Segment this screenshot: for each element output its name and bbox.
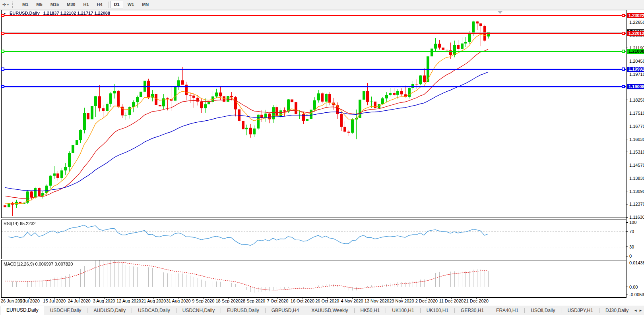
line-handle-left[interactable] xyxy=(1,85,4,88)
price-tick-mark xyxy=(627,100,628,100)
price-tick-mark xyxy=(627,152,628,152)
rsi-tick-mark xyxy=(627,222,628,223)
date-label: 16 Oct 2020 xyxy=(291,299,314,303)
date-label: 24 Jul 2020 xyxy=(68,299,91,303)
hline-1.21000[interactable] xyxy=(2,51,626,52)
rsi-level-label: 70 xyxy=(629,229,634,234)
timeframe-button-MN[interactable]: MN xyxy=(138,1,152,8)
line-handle-left[interactable] xyxy=(1,32,4,35)
chart-tab-bar: EURUSD,DailyUSDCHF,DailyAUDUSD,DailyUSDC… xyxy=(0,306,644,315)
tab-usdcad-daily[interactable]: USDCAD,Daily xyxy=(132,306,176,315)
price-tick-label: 1.14570 xyxy=(629,163,644,168)
price-chart-canvas[interactable] xyxy=(2,10,626,218)
tab-audusd-daily[interactable]: AUDUSD,Daily xyxy=(87,306,132,315)
line-handle-left[interactable] xyxy=(1,50,4,53)
tab-usdcnh-daily[interactable]: USDCNH,Daily xyxy=(177,306,221,315)
price-axis-border xyxy=(626,10,627,298)
tab-fra40-h1[interactable]: FRA40,H1 xyxy=(490,306,524,315)
tab-eurusd-daily[interactable]: EURUSD,Daily xyxy=(1,306,44,315)
tab-xauusd-weekly[interactable]: XAUUSD,Weekly xyxy=(305,306,354,315)
price-tick-mark xyxy=(627,48,628,48)
price-badge-1.22012: 1.22012 xyxy=(627,31,644,36)
price-tick-mark xyxy=(627,217,628,218)
timeframe-buttons: M1M5M15M30H1H4D1W1MN xyxy=(18,1,153,8)
line-handle-left[interactable] xyxy=(1,67,4,71)
tab-uk100-h1[interactable]: UK100,H1 xyxy=(386,306,420,315)
macd-axis-label: 0.014384 xyxy=(629,260,644,265)
price-tick-label: 1.20450 xyxy=(629,59,644,64)
price-tick-label: 1.22650 xyxy=(629,20,644,25)
chart-shift-marker-icon[interactable] xyxy=(497,11,503,14)
macd-tick-mark xyxy=(627,263,628,263)
date-label: 6 Jul 2020 xyxy=(19,299,40,303)
price-badge-1.19992: 1.19992 xyxy=(627,67,644,72)
toolbar-separator xyxy=(108,2,109,8)
timeframe-button-W1[interactable]: W1 xyxy=(124,1,138,8)
rsi-tick-mark xyxy=(627,231,628,232)
line-handle-right[interactable] xyxy=(622,85,625,88)
price-tick-mark xyxy=(627,139,628,139)
price-badge-1.21000: 1.21000 xyxy=(627,49,644,54)
timeframe-button-M30[interactable]: M30 xyxy=(63,1,79,8)
hline-1.22012[interactable] xyxy=(2,33,626,34)
price-tick-mark xyxy=(627,113,628,113)
tab-ger30-h1[interactable]: GER30,H1 xyxy=(455,306,490,315)
rsi-level-label: 0 xyxy=(629,254,632,258)
timeframe-button-H1[interactable]: H1 xyxy=(80,1,92,8)
current-price-line xyxy=(2,32,626,33)
date-label: 4 Nov 2020 xyxy=(341,299,363,303)
date-label: 2 Dec 2020 xyxy=(415,299,438,303)
line-handle-right[interactable] xyxy=(622,67,625,71)
tab-uk100-h1[interactable]: UK100,H1 xyxy=(421,306,454,315)
rsi-tick-mark xyxy=(627,247,628,247)
line-handle-right[interactable] xyxy=(622,14,625,17)
price-tick-mark xyxy=(627,204,628,204)
date-label: 21 Aug 2020 xyxy=(141,299,166,303)
cursor-tool-icon[interactable]: ✛ xyxy=(2,1,6,9)
date-label: 28 Sep 2020 xyxy=(241,299,265,303)
hline-1.19992[interactable] xyxy=(2,69,626,70)
date-label: 21 Dec 2020 xyxy=(464,299,488,303)
rsi-level-label: 30 xyxy=(629,245,634,249)
date-label: 26 Oct 2020 xyxy=(315,299,339,303)
hline-1.19008[interactable] xyxy=(2,86,626,87)
chart-context-caret-icon[interactable]: ▼ xyxy=(3,12,6,15)
tab-hk50-h1[interactable]: HK50,H1 xyxy=(355,306,386,315)
macd-axis-label: 0.00 xyxy=(629,285,638,289)
date-label: 31 Aug 2020 xyxy=(166,299,191,303)
tab-usdjpy-h1[interactable]: USDJPY,H1 xyxy=(561,306,599,315)
rsi-level-label: 100 xyxy=(629,220,636,225)
rsi-tick-mark xyxy=(627,256,628,256)
dropdown-caret-icon[interactable]: ▾ xyxy=(7,3,9,6)
line-handle-right[interactable] xyxy=(622,50,625,53)
timeframe-button-D1[interactable]: D1 xyxy=(111,1,123,8)
line-handle-right[interactable] xyxy=(622,32,625,35)
tab-scroll-right-icon[interactable]: ► xyxy=(639,308,642,312)
tab-dj30-daily[interactable]: DJ30,Daily xyxy=(599,306,634,315)
tab-scroll-left-icon[interactable]: ◄ xyxy=(634,308,637,312)
rsi-canvas[interactable] xyxy=(2,220,626,258)
timeframe-button-M1[interactable]: M1 xyxy=(19,1,32,8)
timeframe-button-M5[interactable]: M5 xyxy=(33,1,46,8)
tab-usoil-daily[interactable]: USOil,Daily xyxy=(525,306,561,315)
timeframe-button-M15[interactable]: M15 xyxy=(47,1,62,8)
tab-usdchf-daily[interactable]: USDCHF,Daily xyxy=(44,306,87,315)
price-tick-label: 1.13090 xyxy=(629,189,644,194)
timeframe-toolbar: ✛ ▾ M1M5M15M30H1H4D1W1MN xyxy=(0,0,644,10)
price-tick-label: 1.17510 xyxy=(629,111,644,116)
chart-symbol-label: EURUSD,Daily xyxy=(10,11,40,15)
tab-eurusd-daily[interactable]: EURUSD,Daily xyxy=(221,306,265,315)
timeframe-button-H4[interactable]: H4 xyxy=(93,1,106,8)
date-label: 15 Jul 2020 xyxy=(43,299,66,303)
macd-tick-mark xyxy=(627,287,628,287)
date-label: 3 Aug 2020 xyxy=(93,299,115,303)
price-tick-label: 1.16770 xyxy=(629,124,644,129)
date-label: 18 Sep 2020 xyxy=(215,299,240,303)
macd-axis-label: -0.005398 xyxy=(629,292,644,297)
toolbar-grip[interactable] xyxy=(12,2,14,8)
price-tick-mark xyxy=(627,165,628,165)
price-tick-mark xyxy=(627,126,628,126)
date-label: 11 Dec 2020 xyxy=(439,299,464,303)
tab-gbpusd-h4[interactable]: GBPUSD,H4 xyxy=(266,306,305,315)
macd-canvas[interactable] xyxy=(2,260,626,297)
